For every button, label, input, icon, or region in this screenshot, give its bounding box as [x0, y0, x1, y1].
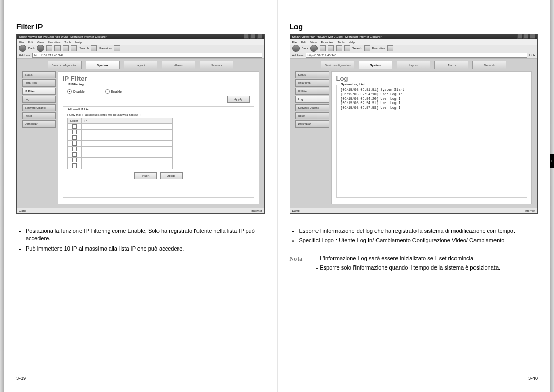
favorites-label[interactable]: Favorites	[99, 47, 112, 50]
maximize-icon[interactable]	[250, 34, 255, 39]
row-checkbox[interactable]	[72, 135, 77, 140]
stop-icon[interactable]	[320, 45, 326, 51]
maximize-icon[interactable]	[523, 34, 528, 39]
sidebar-item-reset[interactable]: Reset	[295, 112, 329, 119]
system-sidebar: Status Date/Time IP Filter Log Software …	[22, 71, 56, 204]
back-button-label[interactable]: Back	[28, 47, 35, 50]
sidebar-item-log[interactable]: Log	[295, 96, 329, 103]
section-title-log: Log	[290, 23, 538, 31]
refresh-icon[interactable]	[54, 45, 61, 51]
tab-system[interactable]: System	[86, 61, 120, 69]
address-bar[interactable]: http://159.219.40.34/	[32, 53, 262, 58]
back-button-icon[interactable]	[19, 45, 26, 52]
sidebar-item-status[interactable]: Status	[295, 71, 329, 78]
panel-title: IP Filter	[63, 75, 254, 82]
forward-button-icon[interactable]	[37, 45, 44, 52]
favorites-icon[interactable]	[91, 45, 97, 51]
sidebar-item-ip-filter[interactable]: IP Filter	[295, 88, 329, 95]
menu-view[interactable]: View	[310, 40, 317, 44]
sidebar-item-software-update[interactable]: Software Update	[295, 104, 329, 111]
refresh-icon[interactable]	[328, 45, 334, 51]
sidebar-item-reset[interactable]: Reset	[22, 112, 56, 119]
back-button-icon[interactable]	[292, 45, 300, 52]
minimize-icon[interactable]	[244, 34, 249, 39]
tab-alarm[interactable]: Alarm	[434, 61, 468, 69]
radio-enable-label: Enable	[111, 90, 122, 93]
favorites-icon[interactable]	[364, 45, 370, 51]
back-button-label[interactable]: Back	[302, 47, 308, 50]
row-ip-cell[interactable]	[82, 135, 173, 141]
sidebar-item-log[interactable]: Log	[22, 96, 56, 103]
tab-network[interactable]: Network	[472, 61, 506, 69]
menu-edit[interactable]: Edit	[28, 40, 33, 44]
search-icon[interactable]	[71, 45, 77, 51]
stop-icon[interactable]	[46, 45, 52, 51]
tab-basic-configuration[interactable]: Basic configuration	[48, 61, 82, 69]
apply-button[interactable]: Apply	[227, 96, 250, 103]
radio-enable[interactable]: Enable	[105, 89, 122, 94]
bullet-item: Specifici Logo : Utente Log In/ Cambiame…	[299, 237, 538, 244]
home-icon[interactable]	[63, 45, 69, 51]
link-label[interactable]: Link	[529, 54, 535, 57]
minimize-icon[interactable]	[517, 34, 522, 39]
insert-button[interactable]: Insert	[134, 172, 157, 179]
row-checkbox[interactable]	[72, 141, 77, 146]
forward-button-icon[interactable]	[310, 45, 318, 52]
tab-basic-configuration[interactable]: Basic configuration	[321, 61, 354, 69]
row-checkbox[interactable]	[72, 158, 77, 162]
tab-system[interactable]: System	[359, 61, 392, 69]
row-ip-cell[interactable]	[82, 130, 173, 135]
row-checkbox[interactable]	[72, 147, 77, 151]
row-checkbox[interactable]	[72, 124, 77, 129]
menu-edit[interactable]: Edit	[301, 40, 306, 44]
sidebar-item-parameter[interactable]: Parameter	[295, 120, 329, 128]
address-bar[interactable]: http://159.219.40.34/	[306, 53, 527, 58]
radio-disable[interactable]: Disable	[67, 89, 85, 94]
sidebar-item-ip-filter[interactable]: IP Filter	[22, 88, 56, 95]
favorites-label[interactable]: Favorites	[372, 47, 385, 50]
tab-alarm[interactable]: Alarm	[162, 61, 195, 69]
panel-title: Log	[336, 75, 528, 82]
tab-layout[interactable]: Layout	[124, 61, 157, 69]
manual-left-edge	[0, 0, 4, 392]
tab-layout[interactable]: Layout	[397, 61, 430, 69]
sidebar-item-date-time[interactable]: Date/Time	[295, 79, 329, 87]
delete-button[interactable]: Delete	[160, 172, 183, 179]
menu-tools[interactable]: Tools	[338, 40, 345, 44]
sidebar-item-parameter[interactable]: Parameter	[22, 120, 56, 128]
row-checkbox[interactable]	[72, 163, 77, 168]
row-ip-cell[interactable]	[82, 152, 173, 158]
media-icon[interactable]	[114, 45, 120, 51]
row-ip-cell[interactable]	[82, 124, 173, 130]
search-label[interactable]: Search	[352, 47, 362, 50]
row-ip-cell[interactable]	[82, 141, 173, 147]
menu-favorites[interactable]: Favorites	[321, 40, 333, 44]
browser-toolbar: Back Search Favorites	[17, 45, 264, 52]
menu-view[interactable]: View	[37, 40, 44, 44]
menu-file[interactable]: File	[19, 40, 24, 44]
menu-tools[interactable]: Tools	[64, 40, 71, 44]
search-icon[interactable]	[344, 45, 350, 51]
menu-favorites[interactable]: Favorites	[48, 40, 61, 44]
row-checkbox[interactable]	[72, 152, 77, 157]
window-control-buttons	[243, 34, 262, 40]
row-ip-cell[interactable]	[82, 163, 173, 169]
log-entry: [06/15/05 09:54:26] User Log In	[341, 97, 523, 102]
menu-help[interactable]: Help	[348, 40, 354, 44]
row-checkbox[interactable]	[72, 130, 77, 134]
sidebar-item-date-time[interactable]: Date/Time	[22, 79, 56, 87]
menu-help[interactable]: Help	[75, 40, 82, 44]
sidebar-item-status[interactable]: Status	[22, 71, 56, 78]
bullet-item: Posiaziona la funzione IP Filtering come…	[26, 227, 265, 243]
media-icon[interactable]	[387, 45, 393, 51]
log-entry: [06/15/05 09:51:51] System Start	[341, 88, 523, 93]
search-label[interactable]: Search	[79, 47, 89, 50]
sidebar-item-software-update[interactable]: Software Update	[22, 104, 56, 111]
home-icon[interactable]	[336, 45, 342, 51]
menu-file[interactable]: File	[292, 40, 298, 44]
row-ip-cell[interactable]	[82, 158, 173, 163]
tab-network[interactable]: Network	[200, 61, 233, 69]
row-ip-cell[interactable]	[82, 147, 173, 152]
close-icon[interactable]	[530, 34, 535, 39]
close-icon[interactable]	[257, 34, 262, 39]
